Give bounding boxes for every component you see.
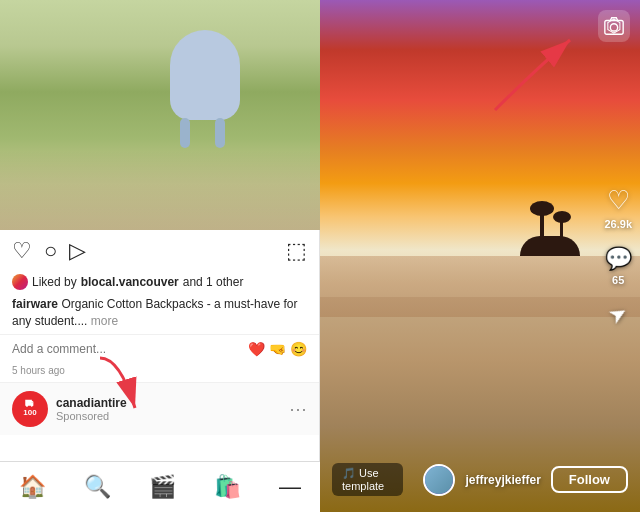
liked-by-text: Liked by <box>32 275 77 289</box>
emoji-heart[interactable]: ❤️ <box>248 341 265 357</box>
svg-rect-1 <box>605 21 623 35</box>
comment-bubble-icon: 💬 <box>605 246 632 272</box>
use-template-button[interactable]: 🎵 Use template <box>332 463 403 496</box>
svg-point-2 <box>610 24 617 31</box>
ad-logo-text: 100 <box>23 409 36 418</box>
comment-button[interactable]: 💬 65 <box>605 246 632 286</box>
ad-more-button[interactable]: ⋯ <box>289 398 307 420</box>
bookmark-icon[interactable]: ⬚ <box>286 238 307 264</box>
liked-by-row: Liked by blocal.vancouver and 1 other <box>0 272 319 294</box>
island-tree-top2 <box>553 211 571 223</box>
comment-emojis: ❤️ 🤜 😊 <box>248 341 307 357</box>
backpack-strap-left <box>215 118 225 148</box>
comment-row: ❤️ 🤜 😊 <box>0 334 319 363</box>
share-icon[interactable]: ▷ <box>69 238 86 264</box>
action-row: ♡ ○ ▷ ⬚ <box>0 230 319 272</box>
like-icon[interactable]: ♡ <box>12 238 32 264</box>
comment-icon[interactable]: ○ <box>44 238 57 264</box>
right-panel: ⬡ ♡ 26.9k 💬 65 ➤ <box>320 0 640 512</box>
liked-avatar <box>12 274 28 290</box>
ad-sponsored: Sponsored <box>56 410 289 422</box>
emoji-fist[interactable]: 🤜 <box>269 341 286 357</box>
like-heart-icon: ♡ <box>607 185 630 216</box>
nav-search[interactable]: 🔍 <box>76 470 119 504</box>
island-tree <box>540 213 544 238</box>
island <box>510 206 590 256</box>
backpack-shape <box>170 30 240 120</box>
likes-count: 26.9k <box>604 218 632 230</box>
share-button[interactable]: ➤ <box>609 302 627 328</box>
caption: fairware Organic Cotton Backpacks - a mu… <box>0 294 319 334</box>
emoji-smile[interactable]: 😊 <box>290 341 307 357</box>
ad-name[interactable]: canadiantire <box>56 396 289 410</box>
user-avatar[interactable] <box>423 464 455 496</box>
liked-by-suffix: and 1 other <box>183 275 244 289</box>
caption-username[interactable]: fairware <box>12 297 58 311</box>
post-image <box>0 0 320 230</box>
comment-input[interactable] <box>12 342 240 356</box>
username[interactable]: jeffreyjkieffer <box>465 473 540 487</box>
use-template-label: 🎵 Use template <box>342 467 393 492</box>
water <box>320 256 640 317</box>
camera-button[interactable]: ⬡ <box>598 10 630 42</box>
avatar-image <box>425 466 453 494</box>
left-panel: ♡ ○ ▷ ⬚ Liked by blocal.vancouver and 1 … <box>0 0 320 512</box>
nav-reels[interactable]: 🎬 <box>141 470 184 504</box>
post-image-overlay <box>0 150 320 230</box>
right-actions: ♡ 26.9k 💬 65 ➤ <box>604 185 632 328</box>
island-tree-top <box>530 201 554 216</box>
right-bottom-bar: 🎵 Use template jeffreyjkieffer Follow <box>320 451 640 512</box>
nav-home[interactable]: 🏠 <box>11 470 54 504</box>
follow-button[interactable]: Follow <box>551 466 628 493</box>
ad-logo: ⛟ 100 <box>12 391 48 427</box>
ad-info: canadiantire Sponsored <box>56 396 289 422</box>
island-base <box>520 236 580 256</box>
liked-by-user[interactable]: blocal.vancouver <box>81 275 179 289</box>
bottom-nav: 🏠 🔍 🎬 🛍️ — <box>0 461 320 512</box>
timestamp: 5 hours ago <box>0 363 319 382</box>
nav-shop[interactable]: 🛍️ <box>206 470 249 504</box>
comments-count: 65 <box>612 274 624 286</box>
backpack-strap-right <box>180 118 190 148</box>
share-plane-icon: ➤ <box>604 299 633 331</box>
ad-row: ⛟ 100 canadiantire Sponsored ⋯ <box>0 382 319 435</box>
like-button[interactable]: ♡ 26.9k <box>604 185 632 230</box>
nav-profile[interactable]: — <box>271 470 309 504</box>
caption-more[interactable]: more <box>91 314 118 328</box>
